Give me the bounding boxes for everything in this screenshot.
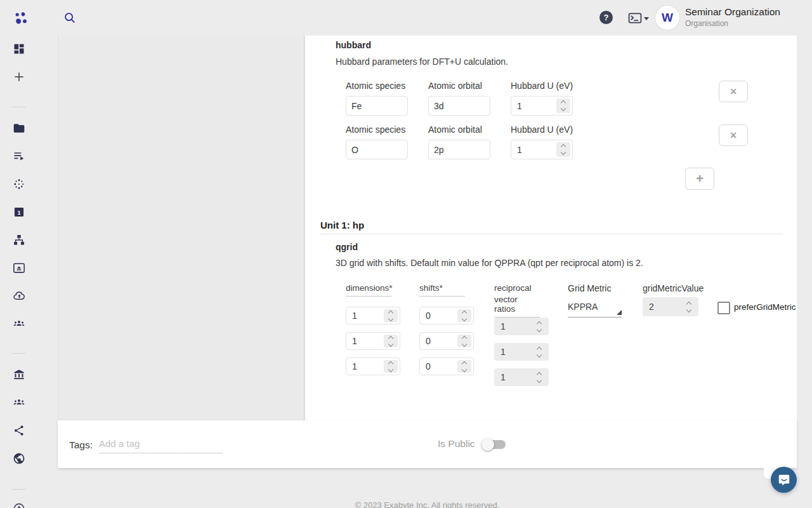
cloud-upload-icon xyxy=(13,290,26,302)
reciprocal-vector-ratios-label: reciprocal vector ratios xyxy=(494,283,540,318)
chat-launcher-button[interactable] xyxy=(771,467,797,493)
org-name: Seminar Organization xyxy=(685,6,780,18)
sidebar-item-import[interactable] xyxy=(0,261,38,275)
shifts-input[interactable]: 0 xyxy=(419,358,474,375)
number-spinner[interactable] xyxy=(384,335,398,347)
sidebar-item-public[interactable] xyxy=(0,451,38,465)
sidebar-item-unit[interactable]: 1 xyxy=(0,205,38,219)
sidebar-item-projects[interactable] xyxy=(0,121,38,135)
grid-metric-select[interactable]: KPPRA xyxy=(568,302,622,318)
sidebar-item-organization[interactable] xyxy=(0,368,38,382)
sidebar-divider xyxy=(12,489,26,490)
search-icon[interactable] xyxy=(63,11,77,25)
app-root: ? W Seminar Organization Organisation xyxy=(0,0,812,508)
number-spinner xyxy=(682,300,696,314)
tags-bar: Tags: Is Public xyxy=(58,420,797,468)
globe-icon xyxy=(13,452,25,465)
sidebar-item-materials-cluster[interactable] xyxy=(0,177,38,191)
number-spinner[interactable] xyxy=(457,335,471,347)
tags-label: Tags: xyxy=(69,439,93,451)
dimensions-input[interactable]: 1 xyxy=(346,307,400,324)
select-arrow-icon xyxy=(617,310,622,315)
grid-metric-value-label: gridMetricValue xyxy=(643,283,704,293)
hubbard-u-label: Hubbard U (eV) xyxy=(511,124,573,135)
number-spinner[interactable] xyxy=(384,309,398,322)
hubbard-u-input[interactable]: 1 xyxy=(511,96,573,116)
sidebar-item-team[interactable] xyxy=(0,317,38,331)
shifts-input[interactable]: 0 xyxy=(419,307,474,324)
sidebar-divider xyxy=(12,353,26,354)
add-icon xyxy=(13,70,25,83)
sidebar-item-dashboard[interactable] xyxy=(0,42,38,56)
atomic-orbital-label: Atomic orbital xyxy=(428,124,482,135)
org-type: Organisation xyxy=(685,18,780,29)
toggle-knob xyxy=(481,438,494,451)
topbar: ? W Seminar Organization Organisation xyxy=(0,0,812,36)
share-icon xyxy=(13,424,25,437)
is-public-toggle[interactable] xyxy=(484,440,506,449)
avatar-letter: W xyxy=(662,11,673,25)
copyright-text: © 2023 Exabyte Inc. All rights reserved. xyxy=(58,500,797,508)
is-public-label: Is Public xyxy=(438,438,475,450)
help-icon[interactable]: ? xyxy=(599,11,613,24)
terminal-icon xyxy=(628,13,642,23)
atomic-orbital-label: Atomic orbital xyxy=(428,81,482,91)
dimensions-input[interactable]: 1 xyxy=(346,358,400,375)
sidebar-item-share[interactable] xyxy=(0,424,38,438)
chat-bubble-icon xyxy=(777,473,791,487)
app-logo-icon[interactable] xyxy=(14,11,29,26)
number-spinner[interactable] xyxy=(556,98,570,113)
cluster-dots-icon xyxy=(13,178,25,190)
team-icon xyxy=(12,318,26,330)
terminal-menu-button[interactable] xyxy=(628,13,649,23)
unit-one-icon: 1 xyxy=(13,206,25,218)
help-glyph: ? xyxy=(604,13,609,22)
shifts-label: shifts* xyxy=(419,283,465,297)
number-spinner[interactable] xyxy=(457,360,471,373)
org-avatar[interactable]: W xyxy=(655,6,679,30)
sidebar-item-flowchart[interactable] xyxy=(0,233,38,247)
shifts-input[interactable]: 0 xyxy=(419,332,474,350)
number-spinner xyxy=(532,320,546,333)
number-spinner xyxy=(532,371,546,384)
number-spinner xyxy=(532,345,546,358)
workflows-icon xyxy=(13,150,25,163)
sidebar-item-create[interactable] xyxy=(0,70,38,84)
grid-metric-label: Grid Metric xyxy=(568,283,611,293)
remove-row-button[interactable]: ✕ xyxy=(719,81,748,102)
atomic-species-input[interactable] xyxy=(346,140,408,159)
number-spinner[interactable] xyxy=(457,309,471,322)
sidebar-item-workflows[interactable] xyxy=(0,149,38,163)
reciprocal-ratio-input: 1 xyxy=(494,343,549,361)
group-icon xyxy=(12,396,26,409)
qgrid-description: 3D grid with shifts. Default min value f… xyxy=(336,258,643,268)
reciprocal-ratio-input: 1 xyxy=(494,318,549,335)
sidebar-item-account[interactable] xyxy=(0,502,38,508)
chevron-down-icon xyxy=(644,17,649,20)
atomic-species-input[interactable] xyxy=(346,96,408,116)
number-spinner[interactable] xyxy=(556,142,570,157)
add-tag-input[interactable] xyxy=(99,436,223,453)
remove-row-button[interactable]: ✕ xyxy=(719,124,748,146)
hubbard-u-label: Hubbard U (eV) xyxy=(511,81,573,91)
designer-left-panel xyxy=(58,36,304,420)
prefer-grid-metric-checkbox[interactable] xyxy=(717,302,730,314)
atomic-orbital-input[interactable] xyxy=(428,96,490,116)
sidebar-item-members[interactable] xyxy=(0,396,38,410)
number-spinner[interactable] xyxy=(384,360,398,373)
unit-config-panel: hubbard Hubbard parameters for DFT+U cal… xyxy=(305,36,797,420)
card-eject-icon xyxy=(13,262,25,274)
atomic-species-label: Atomic species xyxy=(346,81,405,91)
dashboard-icon xyxy=(13,43,25,55)
atomic-orbital-input[interactable] xyxy=(428,140,490,159)
hubbard-title: hubbard xyxy=(336,40,371,50)
sidebar-item-cloud-upload[interactable] xyxy=(0,289,38,303)
dimensions-input[interactable]: 1 xyxy=(346,332,400,350)
add-row-button[interactable]: + xyxy=(685,168,714,190)
sidebar-divider xyxy=(12,107,26,107)
close-icon: ✕ xyxy=(730,130,737,140)
close-icon: ✕ xyxy=(730,86,737,97)
plus-icon: + xyxy=(696,171,704,186)
prefer-grid-metric-label: preferGridMetric xyxy=(734,302,796,312)
hubbard-u-input[interactable]: 1 xyxy=(511,140,573,159)
